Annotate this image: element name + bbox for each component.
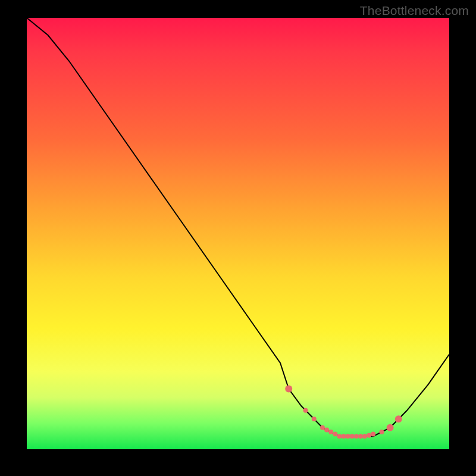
plot-area	[27, 18, 449, 449]
curve-marker	[312, 416, 317, 421]
curve-marker	[358, 434, 363, 439]
curve-marker	[379, 430, 384, 434]
curve-marker	[320, 425, 325, 430]
curve-marker	[285, 386, 292, 393]
curve-marker	[342, 434, 346, 439]
curve-markers	[285, 386, 402, 439]
curve-layer	[27, 18, 449, 449]
curve-marker	[371, 432, 375, 437]
curve-marker	[328, 430, 333, 434]
chart-frame: TheBottleneck.com	[0, 0, 476, 476]
curve-marker	[395, 415, 402, 422]
curve-marker	[362, 434, 367, 439]
curve-marker	[350, 434, 355, 439]
curve-marker	[387, 424, 394, 431]
curve-marker	[367, 433, 371, 438]
curve-marker	[333, 432, 337, 437]
curve-marker	[346, 434, 350, 439]
bottleneck-curve	[27, 18, 449, 436]
curve-marker	[337, 434, 342, 439]
attribution-text: TheBottleneck.com	[360, 4, 469, 18]
curve-marker	[354, 434, 359, 439]
curve-marker	[303, 408, 308, 413]
curve-marker	[324, 427, 329, 432]
